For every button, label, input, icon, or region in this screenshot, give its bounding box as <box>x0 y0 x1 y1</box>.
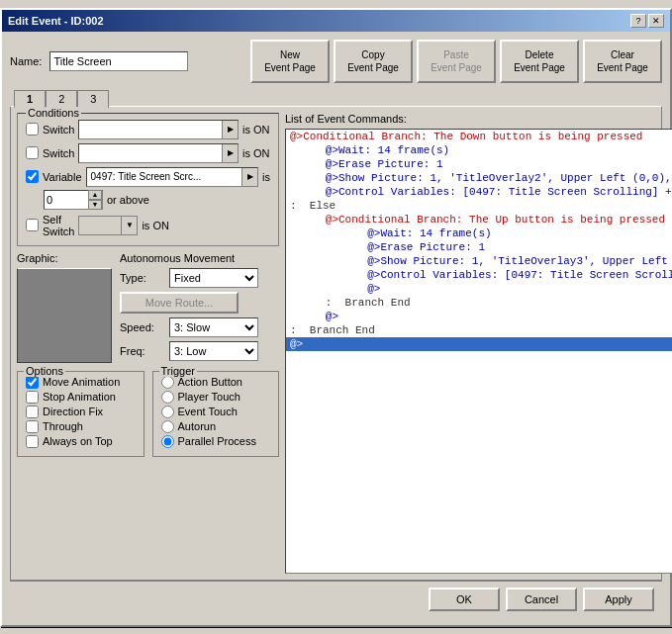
apply-button[interactable]: Apply <box>583 588 654 611</box>
self-switch-arrow[interactable]: ▼ <box>121 217 137 234</box>
self-switch-checkbox[interactable] <box>26 219 39 231</box>
self-switch-label: SelfSwitch <box>43 214 74 237</box>
cmd-5[interactable]: : Else <box>286 199 672 213</box>
speed-select[interactable]: 1: x8 Slower 2: x4 Slower 3: Slow 4: Fas… <box>169 317 258 337</box>
switch1-label: Switch <box>43 124 74 136</box>
tab-3[interactable]: 3 <box>77 90 109 108</box>
variable-value-input[interactable] <box>45 193 88 207</box>
spin-down[interactable]: ▼ <box>88 200 102 210</box>
switch1-combo[interactable]: ▶ <box>78 120 239 139</box>
cmd-1[interactable]: @>Wait: 14 frame(s) <box>286 143 672 157</box>
graphic-movement-row: Graphic: Autonomous Movement Type: Fixed… <box>17 252 279 365</box>
spin-up[interactable]: ▲ <box>88 190 102 200</box>
graphic-section: Graphic: <box>17 252 112 365</box>
direction-fix-checkbox[interactable] <box>26 406 39 418</box>
cmd-8[interactable]: @>Erase Picture: 1 <box>286 240 672 254</box>
graphic-label: Graphic: <box>17 252 112 264</box>
stop-animation-checkbox[interactable] <box>26 391 39 404</box>
cmd-10[interactable]: @>Control Variables: [0497: Title Screen… <box>286 268 672 282</box>
cmd-6[interactable]: @>Conditional Branch: The Up button is b… <box>286 213 672 226</box>
cancel-button[interactable]: Cancel <box>506 588 577 611</box>
stop-animation-label: Stop Animation <box>43 391 116 403</box>
parallel-process-radio[interactable] <box>161 435 174 448</box>
name-label: Name: <box>10 55 42 67</box>
cmd-12[interactable]: : Branch End <box>286 296 672 310</box>
freq-select[interactable]: 1: Lowest 2: Lower 3: Low 4: High 5: Hig… <box>169 341 258 361</box>
move-animation-checkbox[interactable] <box>26 376 39 389</box>
movement-section: Autonomous Movement Type: Fixed Random A… <box>120 252 279 365</box>
move-route-button[interactable]: Move Route... <box>120 292 239 314</box>
left-panel: Conditions Switch ▶ is ON <box>17 113 279 574</box>
ok-button[interactable]: OK <box>429 588 500 611</box>
cmd-3[interactable]: @>Show Picture: 1, 'TitleOverlay2', Uppe… <box>286 171 672 185</box>
self-switch-combo[interactable]: ▼ <box>78 216 138 235</box>
bottom-bar: OK Cancel Apply <box>10 581 662 617</box>
close-button[interactable]: ✕ <box>648 14 664 28</box>
variable-value-row: ▲ ▼ or above <box>44 190 270 210</box>
window-title: Edit Event - ID:002 <box>8 15 104 27</box>
paste-event-page-button[interactable]: PasteEvent Page <box>417 40 496 83</box>
event-touch-radio[interactable] <box>161 406 174 418</box>
trigger-action-button: Action Button <box>161 376 271 389</box>
main-area: Conditions Switch ▶ is ON <box>10 106 662 581</box>
options-trigger-row: Options Move Animation Stop Animation Di… <box>17 371 279 457</box>
through-label: Through <box>43 420 83 432</box>
command-list[interactable]: @>Conditional Branch: The Down button is… <box>285 129 672 574</box>
graphic-preview[interactable] <box>17 268 112 363</box>
trigger-parallel-process: Parallel Process <box>161 435 271 448</box>
event-touch-label: Event Touch <box>178 406 238 417</box>
player-touch-radio[interactable] <box>161 391 174 404</box>
always-on-top-label: Always on Top <box>43 435 113 447</box>
delete-event-page-button[interactable]: DeleteEvent Page <box>500 40 579 83</box>
through-checkbox[interactable] <box>26 420 39 433</box>
switch1-arrow[interactable]: ▶ <box>222 121 238 138</box>
switch2-arrow[interactable]: ▶ <box>222 144 238 162</box>
cmd-0[interactable]: @>Conditional Branch: The Down button is… <box>286 130 672 143</box>
tab-1[interactable]: 1 <box>14 90 46 108</box>
type-select[interactable]: Fixed Random Approach Custom <box>169 268 258 288</box>
cmd-14[interactable]: : Branch End <box>286 323 672 337</box>
conditions-group: Conditions Switch ▶ is ON <box>17 113 279 246</box>
new-event-page-button[interactable]: NewEvent Page <box>250 40 330 83</box>
opt-stop-animation: Stop Animation <box>26 391 136 404</box>
help-button[interactable]: ? <box>630 14 646 28</box>
switch1-is-on: is ON <box>242 124 270 136</box>
cmd-13[interactable]: @> <box>286 310 672 323</box>
cmd-7[interactable]: @>Wait: 14 frame(s) <box>286 226 672 240</box>
variable-checkbox[interactable] <box>26 170 39 183</box>
variable-name: 0497: Title Screen Scrc... <box>89 171 242 182</box>
cmd-11[interactable]: @> <box>286 282 672 296</box>
switch1-checkbox[interactable] <box>26 123 39 136</box>
tabs: 1 2 3 <box>10 89 662 107</box>
variable-arrow[interactable]: ▶ <box>241 168 257 186</box>
move-animation-label: Move Animation <box>43 376 120 388</box>
trigger-event-touch: Event Touch <box>161 406 271 418</box>
variable-combo[interactable]: 0497: Title Screen Scrc... ▶ <box>86 167 259 187</box>
trigger-group: Trigger Action Button Player Touch Event… <box>152 371 280 457</box>
autorun-label: Autorun <box>178 420 217 432</box>
variable-value-spin[interactable]: ▲ ▼ <box>44 190 103 210</box>
autorun-radio[interactable] <box>161 420 174 433</box>
copy-event-page-button[interactable]: CopyEvent Page <box>334 40 413 83</box>
action-button-label: Action Button <box>178 376 242 388</box>
action-button-radio[interactable] <box>161 376 174 389</box>
movement-label: Autonomous Movement <box>120 252 279 264</box>
tab-2[interactable]: 2 <box>46 90 77 108</box>
title-bar: Edit Event - ID:002 ? ✕ <box>2 10 670 32</box>
cmd-9[interactable]: @>Show Picture: 1, 'TitleOverlay3', Uppe… <box>286 254 672 268</box>
options-legend: Options <box>24 365 65 377</box>
self-switch-row: SelfSwitch ▼ is ON <box>26 214 270 237</box>
right-panel: List of Event Commands: @>Conditional Br… <box>285 113 672 574</box>
always-on-top-checkbox[interactable] <box>26 435 39 448</box>
trigger-legend: Trigger <box>159 365 197 377</box>
cmd-2[interactable]: @>Erase Picture: 1 <box>286 157 672 171</box>
switch2-label: Switch <box>43 147 74 159</box>
title-bar-controls: ? ✕ <box>630 14 664 28</box>
switch2-combo[interactable]: ▶ <box>78 143 239 163</box>
name-input[interactable] <box>49 51 188 71</box>
clear-event-page-button[interactable]: ClearEvent Page <box>583 40 662 83</box>
opt-direction-fix: Direction Fix <box>26 406 136 418</box>
switch2-checkbox[interactable] <box>26 146 39 159</box>
cmd-4[interactable]: @>Control Variables: [0497: Title Screen… <box>286 185 672 199</box>
cmd-15[interactable]: @> <box>286 337 672 351</box>
